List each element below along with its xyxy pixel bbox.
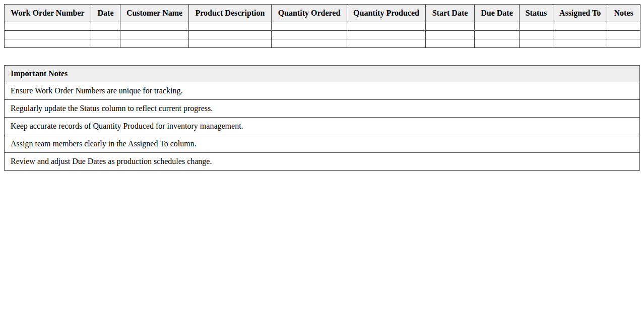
work-order-empty-row: [5, 39, 640, 48]
empty-cell: [520, 22, 553, 31]
column-header-quantity-ordered: Quantity Ordered: [272, 5, 347, 22]
column-header-customer-name: Customer Name: [120, 5, 189, 22]
column-header-due-date: Due Date: [475, 5, 520, 22]
note-text: Keep accurate records of Quantity Produc…: [5, 118, 640, 135]
empty-cell: [120, 31, 189, 39]
important-notes-table: Important Notes Ensure Work Order Number…: [4, 65, 640, 171]
empty-cell: [91, 22, 120, 31]
empty-cell: [426, 31, 475, 39]
empty-cell: [189, 31, 272, 39]
note-row: Regularly update the Status column to re…: [5, 100, 640, 118]
empty-cell: [5, 39, 91, 48]
note-text: Review and adjust Due Dates as productio…: [5, 153, 640, 171]
empty-cell: [120, 39, 189, 48]
column-header-start-date: Start Date: [426, 5, 475, 22]
empty-cell: [272, 31, 347, 39]
note-text: Assign team members clearly in the Assig…: [5, 135, 640, 153]
empty-cell: [347, 22, 426, 31]
work-order-empty-row: [5, 22, 640, 31]
empty-cell: [272, 22, 347, 31]
empty-cell: [5, 31, 91, 39]
work-order-empty-row: [5, 31, 640, 39]
column-header-quantity-produced: Quantity Produced: [347, 5, 426, 22]
empty-cell: [553, 31, 607, 39]
column-header-date: Date: [91, 5, 120, 22]
column-header-assigned-to: Assigned To: [553, 5, 607, 22]
empty-cell: [189, 39, 272, 48]
column-header-notes: Notes: [607, 5, 640, 22]
important-notes-title: Important Notes: [5, 66, 640, 82]
empty-cell: [607, 31, 640, 39]
empty-cell: [475, 31, 520, 39]
empty-cell: [120, 22, 189, 31]
empty-cell: [91, 39, 120, 48]
column-header-status: Status: [520, 5, 553, 22]
note-row: Ensure Work Order Numbers are unique for…: [5, 82, 640, 100]
empty-cell: [189, 22, 272, 31]
note-row: Keep accurate records of Quantity Produc…: [5, 118, 640, 135]
empty-cell: [607, 39, 640, 48]
empty-cell: [607, 22, 640, 31]
column-header-product-description: Product Description: [189, 5, 272, 22]
empty-cell: [426, 39, 475, 48]
empty-cell: [272, 39, 347, 48]
empty-cell: [520, 39, 553, 48]
empty-cell: [347, 31, 426, 39]
important-notes-header-row: Important Notes: [5, 66, 640, 82]
note-row: Assign team members clearly in the Assig…: [5, 135, 640, 153]
column-header-work-order-number: Work Order Number: [5, 5, 91, 22]
note-row: Review and adjust Due Dates as productio…: [5, 153, 640, 171]
work-order-header-row: Work Order Number Date Customer Name Pro…: [5, 5, 640, 22]
empty-cell: [553, 39, 607, 48]
empty-cell: [553, 22, 607, 31]
empty-cell: [347, 39, 426, 48]
empty-cell: [475, 39, 520, 48]
empty-cell: [91, 31, 120, 39]
empty-cell: [520, 31, 553, 39]
note-text: Regularly update the Status column to re…: [5, 100, 640, 118]
empty-cell: [5, 22, 91, 31]
note-text: Ensure Work Order Numbers are unique for…: [5, 82, 640, 100]
work-order-table: Work Order Number Date Customer Name Pro…: [4, 4, 640, 48]
empty-cell: [426, 22, 475, 31]
empty-cell: [475, 22, 520, 31]
